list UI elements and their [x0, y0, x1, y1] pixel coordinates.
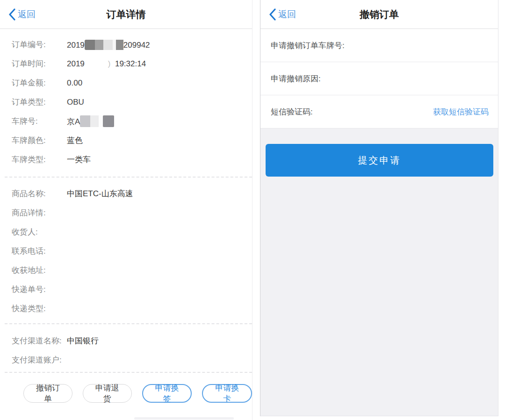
plate-number-field-row[interactable]: 申请撤销订单车牌号:	[260, 29, 498, 62]
request-return-button[interactable]: 申请退货	[83, 384, 132, 403]
field-label: 商品名称:	[12, 188, 67, 199]
field-label: 车牌号:	[12, 116, 67, 127]
field-consignee: 收货人:	[12, 222, 252, 242]
request-resign-button[interactable]: 申请换签	[142, 384, 192, 403]
field-label: 快递单号:	[12, 284, 67, 295]
field-label: 订单编号:	[12, 39, 67, 50]
field-label: 订单金额:	[12, 78, 67, 88]
field-pay-account: 支付渠道账户:	[12, 350, 252, 370]
field-value: OBU	[67, 98, 84, 107]
field-value: 0.00	[67, 78, 82, 88]
field-tracking-no: 快递单号:	[12, 280, 252, 299]
field-order-type: 订单类型: OBU	[12, 93, 252, 112]
field-plate-no: 车牌号: 京A	[12, 112, 252, 131]
field-value: 一类车	[67, 154, 91, 165]
field-address: 收获地址:	[12, 261, 252, 280]
field-value: 蓝色	[67, 135, 83, 146]
order-detail-appbar: 返回 订单详情	[0, 0, 252, 29]
field-label: 收货人:	[12, 227, 67, 237]
field-label: 车牌类型:	[12, 154, 67, 165]
field-plate-color: 车牌颜色: 蓝色	[12, 131, 252, 150]
field-label: 联系电话:	[12, 246, 67, 256]
section-divider	[5, 323, 252, 324]
page-title: 订单详情	[0, 0, 252, 29]
page-title: 撤销订单	[260, 0, 498, 29]
section-divider	[5, 177, 252, 178]
request-card-swap-button[interactable]: 申请换卡	[202, 384, 252, 403]
section-divider	[5, 372, 252, 373]
field-label: 短信验证码:	[271, 107, 313, 117]
order-detail-screen: 返回 订单详情 订单编号: 2019209942 订单时间: 2019) 19:…	[0, 0, 252, 420]
order-detail-content: 订单编号: 2019209942 订单时间: 2019) 19:32:14 订单…	[0, 29, 252, 403]
field-label: 收获地址:	[12, 265, 67, 276]
field-label: 车牌颜色:	[12, 135, 67, 146]
field-plate-type: 车牌类型: 一类车	[12, 150, 252, 169]
redaction-mosaic	[85, 40, 123, 50]
field-order-time: 订单时间: 2019) 19:32:14	[12, 54, 252, 73]
field-phone: 联系电话:	[12, 242, 252, 261]
screenshot-root: 返回 订单详情 订单编号: 2019209942 订单时间: 2019) 19:…	[0, 0, 505, 420]
field-value: 中国ETC-山东高速	[67, 188, 133, 199]
field-label: 商品详情:	[12, 207, 67, 218]
field-label: 快递类型:	[12, 303, 67, 314]
field-amount: 订单金额: 0.00	[12, 73, 252, 93]
cancel-order-appbar: 返回 撤销订单	[260, 0, 498, 29]
field-value: 2019) 19:32:14	[67, 59, 146, 69]
form-footer-area: 提交申请	[260, 128, 498, 416]
field-value: 中国银行	[67, 335, 99, 346]
field-express-type: 快递类型:	[12, 299, 252, 318]
cancel-order-screen: 返回 撤销订单 申请撤销订单车牌号: 申请撤销原因: 短信验证码: 获取短信验证…	[260, 0, 498, 416]
field-product-detail: 商品详情:	[12, 203, 252, 222]
field-label: 申请撤销订单车牌号:	[271, 40, 345, 51]
get-sms-code-link[interactable]: 获取短信验证码	[433, 107, 489, 117]
field-label: 支付渠道名称:	[12, 335, 67, 346]
field-value: 2019209942	[67, 40, 150, 50]
field-order-no: 订单编号: 2019209942	[12, 35, 252, 54]
sms-code-field-row[interactable]: 短信验证码: 获取短信验证码	[260, 95, 498, 128]
redaction-mosaic	[80, 115, 114, 127]
field-label: 订单类型:	[12, 97, 67, 107]
field-label: 支付渠道账户:	[12, 355, 67, 365]
field-label: 订单时间:	[12, 58, 67, 69]
field-label: 申请撤销原因:	[271, 73, 321, 84]
order-actions: 撤销订单 申请退货 申请换签 申请换卡	[12, 384, 252, 403]
field-value: 京A	[67, 115, 114, 127]
submit-application-button[interactable]: 提交申请	[266, 144, 493, 177]
cancel-reason-field-row[interactable]: 申请撤销原因:	[260, 62, 498, 95]
cancel-order-button[interactable]: 撤销订单	[23, 384, 72, 403]
home-indicator	[134, 417, 234, 420]
field-pay-channel: 支付渠道名称: 中国银行	[12, 331, 252, 350]
field-product-name: 商品名称: 中国ETC-山东高速	[12, 184, 252, 203]
